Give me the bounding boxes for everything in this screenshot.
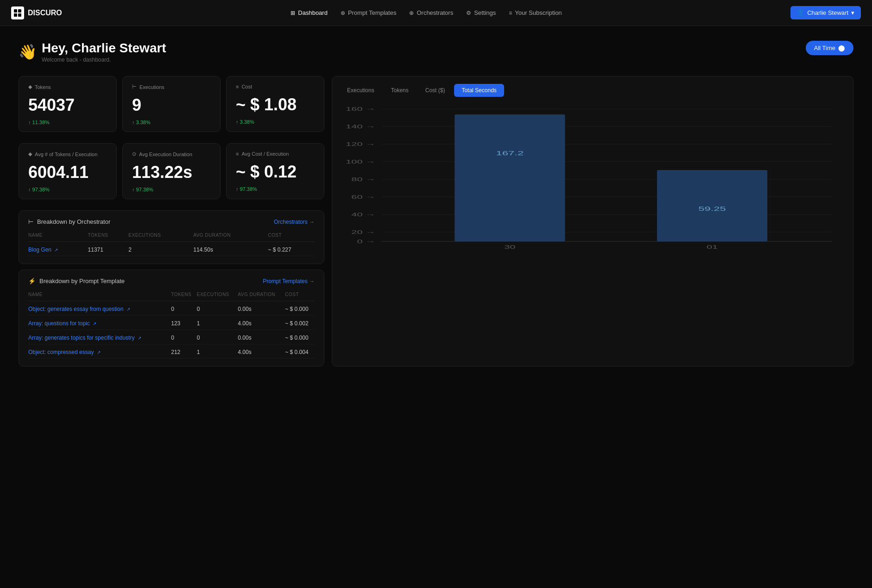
- nav-links: ⊞ Dashboard ⊕ Prompt Templates ⊕ Orchest…: [291, 9, 562, 16]
- col-tokens: TOKENS: [88, 233, 129, 242]
- navbar: DISCURO ⊞ Dashboard ⊕ Prompt Templates ⊕…: [0, 0, 872, 26]
- prompt-name[interactable]: Object: generates essay from question ↗: [28, 301, 171, 316]
- prompt-avg-duration: 4.00s: [238, 316, 285, 330]
- svg-rect-0: [14, 9, 17, 13]
- user-icon: 👤: [797, 9, 804, 16]
- tab-tokens[interactable]: Tokens: [384, 84, 416, 97]
- breakdown-prompt-card: ⚡ Breakdown by Prompt Template Prompt Te…: [19, 270, 324, 367]
- stat-value-cost: ~ $ 1.08: [236, 95, 315, 114]
- prompt-name[interactable]: Array: questions for topic ↗: [28, 316, 171, 330]
- breakdown-orchestrator-card: ⊢ Breakdown by Orchestrator Orchestrator…: [19, 210, 324, 264]
- prompt-cost: ~ $ 0.000: [285, 301, 315, 316]
- avg-tokens-icon: ◆: [28, 151, 32, 157]
- external-link-icon: ↗: [97, 350, 101, 355]
- nav-prompt-label: Prompt Templates: [348, 9, 397, 16]
- time-filter-button[interactable]: All Time ⬤: [806, 41, 853, 55]
- prompt-cost: ~ $ 0.002: [285, 316, 315, 330]
- svg-rect-1: [18, 9, 21, 13]
- user-menu-button[interactable]: 👤 Charlie Stewart ▾: [790, 6, 861, 19]
- stat-label-executions: ⊢ Executions: [132, 84, 211, 90]
- stat-change-executions: ↑ 3.38%: [132, 120, 211, 125]
- nav-dashboard[interactable]: ⊞ Dashboard: [291, 9, 328, 16]
- prompt-tokens: 0: [171, 330, 197, 344]
- pt-col-cost: COST: [285, 292, 315, 301]
- nav-settings[interactable]: ⚙ Settings: [466, 9, 496, 16]
- orchestrators-link[interactable]: Orchestrators →: [274, 219, 315, 225]
- page-greeting: 👋 Hey, Charlie Stewart Welcome back - da…: [19, 41, 166, 63]
- avg-cost-icon: ≡: [236, 151, 239, 157]
- tokens-icon: ◆: [28, 84, 32, 90]
- col-avg-duration: AVG DURATION: [193, 233, 268, 242]
- prompt-cost: ~ $ 0.004: [285, 344, 315, 359]
- stats-row-2: ◆ Avg # of Tokens / Execution 6004.11 ↑ …: [19, 143, 324, 199]
- external-link-icon: ↗: [93, 321, 96, 326]
- nav-dashboard-label: Dashboard: [298, 9, 328, 16]
- prompt-avg-duration: 0.00s: [238, 330, 285, 344]
- prompt-cost: ~ $ 0.000: [285, 330, 315, 344]
- svg-text:120 →: 120 →: [346, 141, 375, 147]
- svg-text:20 →: 20 →: [351, 229, 375, 235]
- prompt-templates-link[interactable]: Prompt Templates →: [263, 278, 315, 285]
- tab-total-seconds[interactable]: Total Seconds: [454, 84, 504, 97]
- nav-orchestrators[interactable]: ⊕ Orchestrators: [409, 9, 453, 16]
- breakdown-prompt-header: ⚡ Breakdown by Prompt Template Prompt Te…: [28, 278, 315, 285]
- prompt-tokens: 212: [171, 344, 197, 359]
- stat-change-avg-cost: ↑ 97.38%: [236, 186, 315, 192]
- orchestrator-table-header: NAME TOKENS EXECUTIONS AVG DURATION COST: [28, 233, 315, 242]
- svg-text:60 →: 60 →: [351, 194, 375, 200]
- stat-label-avg-cost: ≡ Avg Cost / Execution: [236, 151, 315, 157]
- tab-executions[interactable]: Executions: [340, 84, 382, 97]
- pt-col-name: NAME: [28, 292, 171, 301]
- stat-value-tokens: 54037: [28, 95, 107, 115]
- nav-subscription[interactable]: ≡ Your Subscription: [509, 9, 562, 16]
- table-row: Object: compressed essay ↗ 212 1 4.00s ~…: [28, 344, 315, 359]
- breakdown-prompt-icon: ⚡: [28, 278, 36, 285]
- stat-label-avg-duration: ⊙ Avg Execution Duration: [132, 151, 211, 157]
- logo-icon: [11, 6, 24, 19]
- prompt-table: NAME TOKENS EXECUTIONS AVG DURATION COST…: [28, 292, 315, 359]
- executions-icon: ⊢: [132, 84, 137, 90]
- stats-row-1: ◆ Tokens 54037 ↑ 11.38% ⊢ Executions 9 ↑…: [19, 76, 324, 132]
- col-name: NAME: [28, 233, 88, 242]
- bar-1: [455, 114, 565, 241]
- nav-prompt-templates[interactable]: ⊕ Prompt Templates: [341, 9, 397, 16]
- stat-card-avg-duration: ⊙ Avg Execution Duration 113.22s ↑ 97.38…: [122, 143, 221, 199]
- cost-icon: ≡: [236, 84, 239, 89]
- table-row: Object: generates essay from question ↗ …: [28, 301, 315, 316]
- stat-card-cost: ≡ Cost ~ $ 1.08 ↑ 3.38%: [226, 76, 324, 132]
- stat-card-tokens: ◆ Tokens 54037 ↑ 11.38%: [19, 76, 117, 132]
- breakdown-prompt-title: ⚡ Breakdown by Prompt Template: [28, 278, 125, 285]
- stat-card-avg-tokens: ◆ Avg # of Tokens / Execution 6004.11 ↑ …: [19, 143, 117, 199]
- stat-value-avg-tokens: 6004.11: [28, 163, 107, 182]
- nav-settings-label: Settings: [474, 9, 496, 16]
- prompt-table-header: NAME TOKENS EXECUTIONS AVG DURATION COST: [28, 292, 315, 301]
- prompt-icon: ⊕: [341, 10, 345, 16]
- external-link-icon: ↗: [126, 307, 130, 312]
- tab-cost[interactable]: Cost ($): [418, 84, 453, 97]
- svg-text:140 →: 140 →: [346, 124, 375, 130]
- col-executions: EXECUTIONS: [128, 233, 193, 242]
- prompt-avg-duration: 4.00s: [238, 344, 285, 359]
- col-cost: COST: [268, 233, 315, 242]
- orchestrator-tokens: 11371: [88, 242, 129, 256]
- prompt-name[interactable]: Object: compressed essay ↗: [28, 344, 171, 359]
- filter-icon: ⬤: [838, 44, 845, 51]
- nav-subscription-label: Your Subscription: [515, 9, 562, 16]
- breakdown-orchestrator-icon: ⊢: [28, 218, 33, 225]
- chart-area: 160 → 140 → 120 → 100 → 80 → 60 → 40 → 2…: [340, 104, 846, 253]
- nav-orchestrators-label: Orchestrators: [417, 9, 453, 16]
- chart-svg: 160 → 140 → 120 → 100 → 80 → 60 → 40 → 2…: [344, 104, 841, 253]
- orchestrators-icon: ⊕: [409, 10, 414, 16]
- svg-rect-3: [18, 13, 21, 17]
- dashboard-icon: ⊞: [291, 10, 295, 16]
- prompt-executions: 0: [197, 330, 238, 344]
- orchestrator-name[interactable]: Blog Gen ↗: [28, 242, 88, 256]
- pt-col-tokens: TOKENS: [171, 292, 197, 301]
- pt-col-avg-duration: AVG DURATION: [238, 292, 285, 301]
- chart-tabs: Executions Tokens Cost ($) Total Seconds: [340, 84, 846, 97]
- brand-name: DISCURO: [28, 9, 62, 17]
- prompt-name[interactable]: Array: generates topics for specific ind…: [28, 330, 171, 344]
- filter-label: All Time: [814, 44, 835, 51]
- stat-card-executions: ⊢ Executions 9 ↑ 3.38%: [122, 76, 221, 132]
- svg-rect-2: [14, 13, 17, 17]
